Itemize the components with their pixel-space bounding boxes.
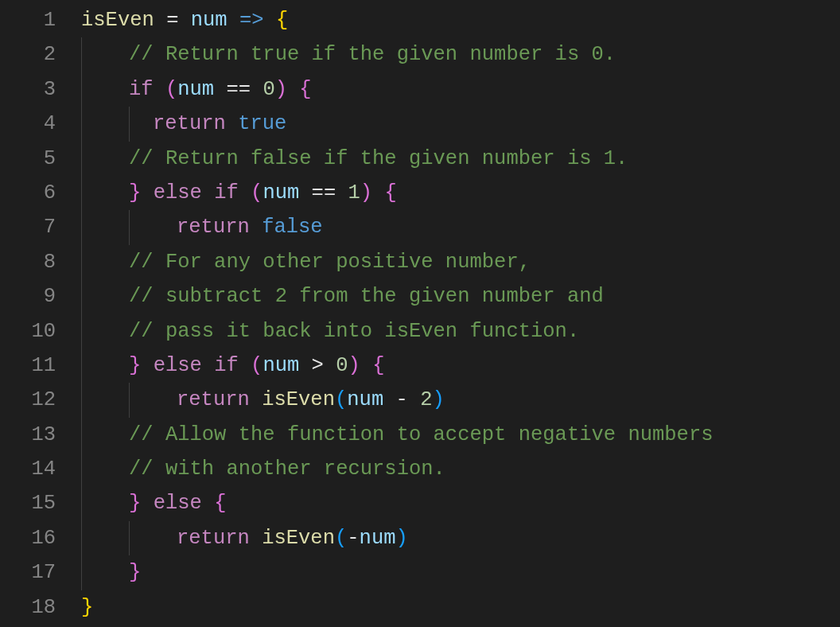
code-text: return false [81,216,323,239]
code-token: isEven [81,9,154,32]
code-token: isEven [262,388,335,411]
code-token [226,112,238,135]
code-text: } else if (num == 1) { [81,181,397,204]
code-line[interactable]: return false [81,210,840,244]
code-area[interactable]: isEven = num => {// Return true if the g… [81,3,840,627]
line-number: 9 [0,279,56,314]
code-token [141,354,153,377]
code-line[interactable]: // subtract 2 from the given number and [81,279,840,314]
code-editor[interactable]: 123456789101112131415161718 isEven = num… [0,0,840,627]
code-token: return [177,388,250,411]
code-token: // subtract 2 from the given number and [129,285,604,308]
code-token: ( [251,181,262,204]
code-token [360,354,372,377]
code-line[interactable]: // with another recursion. [81,452,840,486]
code-token: true [238,112,286,135]
line-number: 5 [0,142,56,176]
code-token: if [214,354,239,377]
code-token: // Return false if the given number is 1… [129,147,628,170]
code-token: ) [348,354,360,377]
code-token: num [347,388,383,411]
code-line[interactable]: return true [81,107,840,141]
code-text: // Return false if the given number is 1… [81,147,628,170]
code-token [141,492,153,515]
code-token: ) [432,388,444,411]
code-token: } [129,492,141,515]
line-number: 2 [0,37,56,72]
code-token: return [177,216,250,239]
code-token: { [276,9,288,32]
code-token [250,388,262,411]
code-line[interactable]: // pass it back into isEven function. [81,314,840,349]
line-number: 18 [0,590,56,625]
code-token: num [262,354,299,377]
code-token: return [153,112,226,135]
code-line[interactable]: } else { [81,486,840,520]
code-token [228,9,239,32]
line-number: 4 [0,107,56,141]
line-number: 14 [0,452,56,486]
code-line[interactable]: isEven = num => { [81,3,840,37]
code-text: // Allow the function to accept negative… [81,423,714,446]
code-token [264,9,276,32]
code-text: // Return true if the given number is 0. [81,43,616,66]
code-token: == [214,78,262,101]
code-text: // For any other positive number, [81,251,531,274]
code-token: - [383,388,420,411]
code-token: } [129,561,141,584]
code-token: // with another recursion. [129,458,445,481]
code-token [154,78,165,101]
code-token: { [372,354,384,377]
code-line[interactable]: } [81,590,840,625]
code-token: num [360,527,396,550]
code-line[interactable]: } [81,555,840,590]
line-number: 15 [0,486,56,520]
code-text: return isEven(-num) [81,527,408,550]
code-line[interactable]: return isEven(-num) [81,521,840,555]
code-line[interactable]: } else if (num == 1) { [81,176,840,210]
code-token: return [177,527,250,550]
code-token: { [214,492,226,515]
code-token: 0 [262,78,274,101]
code-token [239,354,251,377]
code-line[interactable]: // For any other positive number, [81,245,840,279]
code-text: return true [81,112,286,135]
code-line[interactable]: // Return true if the given number is 0. [81,37,840,72]
code-line[interactable]: return isEven(num - 2) [81,383,840,417]
code-line[interactable]: // Allow the function to accept negative… [81,418,840,452]
code-token: false [262,216,323,239]
code-token: // pass it back into isEven function. [129,320,579,343]
code-token [250,527,262,550]
code-token: } [129,181,141,204]
line-number: 1 [0,3,56,37]
code-token: ( [251,354,262,377]
code-token: isEven [262,527,335,550]
code-token: ( [335,527,347,550]
code-token: // Allow the function to accept negative… [129,423,714,446]
code-line[interactable]: } else if (num > 0) { [81,349,840,383]
code-token: } [81,596,93,619]
code-token: } [129,354,141,377]
code-token: if [214,181,239,204]
code-token [202,181,214,204]
code-token: => [239,9,264,32]
code-text: // with another recursion. [81,458,445,481]
line-number: 3 [0,72,56,107]
code-text: } else if (num > 0) { [81,354,384,377]
code-token: else [154,354,202,377]
code-text: } [81,596,93,619]
code-line[interactable]: if (num == 0) { [81,72,840,107]
code-token: ) [275,78,287,101]
code-token [287,78,299,101]
code-token [202,354,214,377]
line-number: 13 [0,418,56,452]
code-text: } [81,561,141,584]
code-line[interactable]: // Return false if the given number is 1… [81,142,840,176]
code-token: else [154,492,202,515]
line-number: 6 [0,176,56,210]
code-token [239,181,251,204]
code-token: == [299,181,348,204]
code-text: isEven = num => { [81,9,288,32]
line-number: 11 [0,349,56,383]
code-text: if (num == 0) { [81,78,312,101]
